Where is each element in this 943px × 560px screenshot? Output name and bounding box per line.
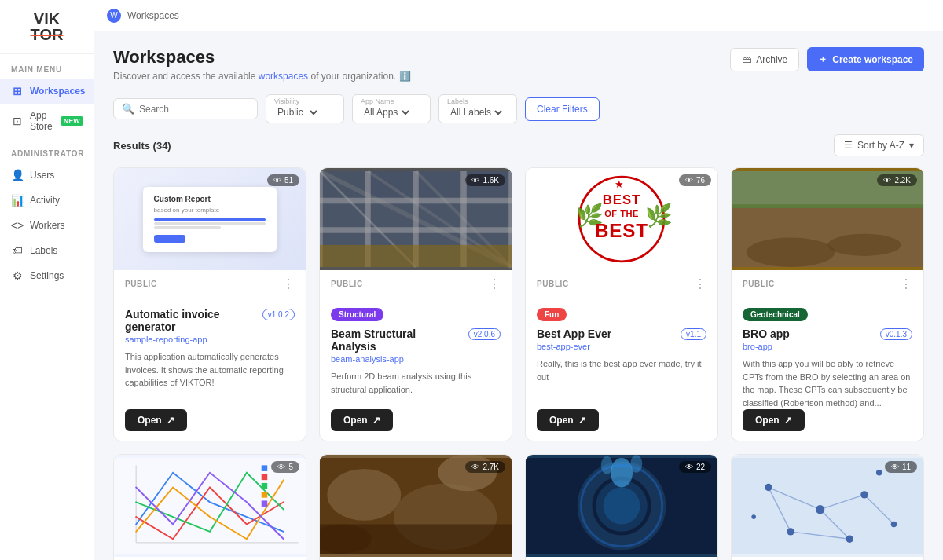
- eye-icon-3: 👁: [685, 176, 693, 185]
- results-row: Results (34) ☰ Sort by A-Z ▾: [113, 134, 924, 156]
- mockup-title: Custom Report: [154, 195, 266, 203]
- eye-icon-2: 👁: [472, 176, 479, 185]
- sidebar: VIK TOR MAIN MENU ⊞ Workspaces ⊡ App Sto…: [0, 0, 94, 560]
- open-label-2: Open: [343, 415, 368, 426]
- card-version-3: v1.1: [681, 328, 706, 340]
- search-input[interactable]: [139, 104, 249, 115]
- card-slug-1: sample-reporting-app: [125, 335, 295, 344]
- open-button-4[interactable]: Open ↗: [743, 409, 805, 431]
- page-header-left: Workspaces Discover and access the avail…: [113, 47, 411, 82]
- svg-point-63: [876, 470, 882, 476]
- create-workspace-button[interactable]: ＋ Create workspace: [807, 47, 924, 71]
- sort-label: Sort by A-Z: [857, 140, 904, 151]
- open-button-2[interactable]: Open ↗: [331, 409, 393, 431]
- sort-icon: ☰: [844, 140, 853, 151]
- svg-point-45: [601, 456, 613, 474]
- svg-point-58: [860, 491, 868, 498]
- page-description: Discover and access the available worksp…: [113, 71, 411, 82]
- appname-select[interactable]: All Apps: [361, 106, 412, 119]
- more-menu-1[interactable]: ⋮: [282, 276, 295, 291]
- search-box[interactable]: 🔍: [113, 98, 258, 119]
- sort-button[interactable]: ☰ Sort by A-Z ▾: [834, 134, 924, 156]
- workers-icon: <>: [11, 219, 24, 232]
- labels-select[interactable]: All Labels: [447, 106, 505, 119]
- mockup-bar-1: [154, 218, 266, 221]
- svg-rect-39: [320, 524, 512, 554]
- view-badge-5: 👁 5: [271, 461, 299, 473]
- settings-icon: ⚙: [11, 269, 24, 282]
- svg-text:★: ★: [615, 178, 624, 190]
- status-public-3: PUBLIC: [537, 280, 569, 288]
- view-count-8: 11: [902, 463, 911, 471]
- view-count-7: 22: [696, 463, 705, 471]
- sidebar-item-workers[interactable]: <> Workers: [0, 213, 94, 238]
- appname-filter-label: App Name: [361, 97, 422, 105]
- card-title-row-4: BRO app v0.1.3: [743, 328, 912, 340]
- card-status-1: PUBLIC ⋮: [114, 270, 306, 298]
- card-tag-geotechnical: Geotechnical: [743, 308, 808, 321]
- topbar: W Workspaces: [94, 0, 943, 31]
- external-link-icon-1: ↗: [167, 415, 174, 426]
- eye-icon-8: 👁: [891, 463, 899, 471]
- status-public-1: PUBLIC: [125, 280, 157, 288]
- plus-icon: ＋: [818, 53, 827, 66]
- card-status-6: PUBLIC ⋮: [320, 557, 512, 560]
- invoice-mockup: Custom Report based on your template: [143, 187, 277, 252]
- results-count: Results (34): [113, 140, 171, 152]
- main-content: W Workspaces Workspaces Discover and acc…: [94, 0, 943, 560]
- card-image-network: 👁 11: [732, 455, 923, 557]
- open-label-3: Open: [549, 415, 574, 426]
- svg-rect-31: [262, 483, 268, 489]
- sidebar-item-users[interactable]: 👤 Users: [0, 163, 94, 188]
- labels-filter[interactable]: Labels All Labels: [438, 94, 517, 123]
- card-desc-3: Really, this is the best app ever made, …: [537, 357, 706, 409]
- svg-rect-30: [262, 474, 268, 481]
- workspaces-link[interactable]: workspaces: [259, 71, 308, 82]
- eye-icon-5: 👁: [277, 463, 285, 471]
- open-button-3[interactable]: Open ↗: [537, 409, 599, 431]
- more-menu-4[interactable]: ⋮: [900, 276, 912, 291]
- view-count-6: 2.7K: [483, 463, 499, 471]
- visibility-select[interactable]: Public Private: [274, 106, 320, 119]
- sidebar-item-labels[interactable]: 🏷 Labels: [0, 238, 94, 263]
- info-icon: ℹ️: [399, 71, 411, 82]
- content-area: Workspaces Discover and access the avail…: [94, 31, 943, 560]
- view-count-2: 1.6K: [483, 176, 499, 185]
- card-desc-1: This application automatically generates…: [125, 350, 295, 409]
- sidebar-item-workspaces[interactable]: ⊞ Workspaces: [0, 79, 94, 104]
- external-link-icon-4: ↗: [784, 415, 792, 426]
- svg-rect-12: [320, 245, 512, 267]
- more-menu-2[interactable]: ⋮: [488, 276, 501, 291]
- mockup-button: [154, 235, 185, 243]
- card-status-4: PUBLIC ⋮: [732, 270, 923, 298]
- archive-icon: 🗃: [742, 54, 751, 65]
- card-image-beam: 👁 1.6K: [320, 168, 512, 270]
- more-menu-3[interactable]: ⋮: [694, 276, 706, 291]
- svg-point-60: [787, 528, 794, 535]
- card-title-1: Automatic invoice generator: [125, 308, 258, 333]
- best-badge-svg: 🌿 🌿 ★ BEST OF THE BEST: [571, 168, 673, 270]
- archive-button[interactable]: 🗃 Archive: [730, 48, 799, 71]
- svg-point-61: [846, 536, 853, 543]
- visibility-filter[interactable]: Visibility Public Private: [266, 94, 344, 123]
- appname-filter[interactable]: App Name All Apps: [352, 94, 431, 123]
- open-button-1[interactable]: Open ↗: [125, 409, 187, 431]
- clear-filters-button[interactable]: Clear Filters: [525, 97, 600, 121]
- visibility-filter-label: Visibility: [274, 97, 336, 105]
- sidebar-item-appstore[interactable]: ⊡ App Store NEW: [0, 104, 94, 138]
- external-link-icon-3: ↗: [578, 415, 586, 426]
- card-slug-3: best-app-ever: [537, 342, 706, 351]
- card-body-4: Geotechnical BRO app v0.1.3 bro-app With…: [732, 298, 923, 441]
- open-label-1: Open: [138, 415, 162, 426]
- view-badge-4: 👁 2.2K: [877, 174, 917, 186]
- svg-point-44: [611, 458, 633, 488]
- sidebar-label-workspaces: Workspaces: [30, 86, 85, 97]
- sidebar-item-activity[interactable]: 📊 Activity: [0, 188, 94, 213]
- sidebar-label-appstore: App Store: [30, 110, 53, 132]
- sidebar-item-settings[interactable]: ⚙ Settings: [0, 263, 94, 288]
- card-status-7: PUBLIC ⋮: [526, 557, 717, 560]
- card-slug-2: beam-analysis-app: [331, 354, 501, 364]
- card-best-app: 🌿 🌿 ★ BEST OF THE BEST: [525, 167, 718, 441]
- logo: VIK TOR: [0, 0, 94, 54]
- mockup-sub: based on your template: [154, 207, 266, 214]
